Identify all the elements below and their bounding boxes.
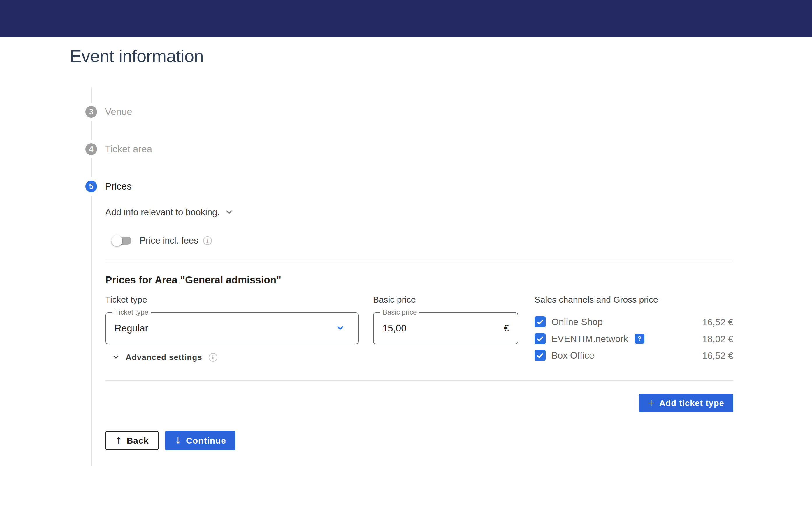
- checkmark-icon: [536, 351, 544, 360]
- online-shop-checkbox[interactable]: [535, 316, 546, 327]
- area-prices-heading: Prices for Area "General admission": [105, 274, 281, 286]
- chevron-down-icon: [112, 353, 121, 362]
- step-3-number: 3: [89, 108, 93, 116]
- channel-row-eventim-network: EVENTIM.network ?: [535, 333, 644, 344]
- advanced-settings-expander[interactable]: Advanced settings i: [112, 353, 218, 362]
- help-badge-icon[interactable]: ?: [635, 334, 644, 344]
- box-office-checkbox[interactable]: [535, 350, 546, 361]
- section-divider-bottom: [105, 380, 733, 381]
- step-4-label[interactable]: Ticket area: [105, 143, 152, 155]
- booking-info-label: Add info relevant to booking.: [105, 207, 220, 217]
- info-icon[interactable]: i: [203, 236, 212, 245]
- top-navigation-bar: [0, 0, 812, 37]
- step-5-circle[interactable]: 5: [85, 181, 97, 192]
- chevron-down-icon[interactable]: [334, 322, 346, 335]
- checkmark-icon: [536, 334, 544, 343]
- booking-info-expander[interactable]: Add info relevant to booking.: [105, 207, 234, 218]
- channel-row-online-shop: Online Shop: [535, 316, 603, 327]
- section-divider-top: [105, 261, 733, 261]
- event-information-page: Event information 3 Venue 4 Ticket area …: [0, 0, 812, 524]
- page-title: Event information: [70, 46, 204, 66]
- gross-price: 16,52 €: [646, 317, 733, 328]
- ticket-type-select[interactable]: Ticket type Regular: [105, 312, 359, 344]
- column-header-sales-channels: Sales channels and Gross price: [535, 295, 658, 305]
- price-incl-fees-row: Price incl. fees i: [112, 235, 212, 246]
- step-5-label[interactable]: Prices: [105, 181, 132, 192]
- basic-price-value[interactable]: 15,00: [382, 323, 407, 334]
- gross-price: 16,52 €: [646, 350, 733, 361]
- channel-label: Box Office: [552, 350, 594, 361]
- plus-icon: +: [648, 397, 654, 408]
- ticket-type-field-label: Ticket type: [112, 308, 151, 316]
- info-icon[interactable]: i: [209, 353, 218, 362]
- step-3-label[interactable]: Venue: [105, 106, 132, 118]
- step-4-circle[interactable]: 4: [85, 143, 97, 155]
- step-5-number: 5: [89, 182, 93, 191]
- toggle-thumb[interactable]: [111, 235, 123, 246]
- back-button[interactable]: ↑ Back: [105, 431, 159, 450]
- step-4-number: 4: [89, 145, 93, 154]
- column-header-ticket-type: Ticket type: [105, 295, 147, 305]
- add-ticket-type-button[interactable]: + Add ticket type: [639, 394, 733, 412]
- continue-button-label: Continue: [186, 436, 226, 446]
- price-incl-fees-label: Price incl. fees: [140, 235, 198, 246]
- checkmark-icon: [536, 317, 544, 326]
- channel-row-box-office: Box Office: [535, 350, 594, 361]
- back-button-label: Back: [127, 436, 149, 446]
- advanced-settings-label: Advanced settings: [126, 353, 202, 362]
- currency-suffix: €: [504, 323, 509, 334]
- channel-label: EVENTIM.network: [552, 333, 628, 344]
- continue-button[interactable]: ↓ Continue: [165, 431, 236, 450]
- basic-price-field-label: Basic price: [380, 308, 419, 316]
- ticket-type-value: Regular: [114, 323, 148, 334]
- basic-price-field[interactable]: Basic price 15,00 €: [373, 312, 518, 344]
- add-ticket-type-label: Add ticket type: [659, 398, 724, 408]
- channel-label: Online Shop: [552, 317, 603, 327]
- chevron-down-icon: [224, 207, 234, 218]
- price-incl-fees-toggle[interactable]: [112, 236, 131, 245]
- column-header-basic-price: Basic price: [373, 295, 416, 305]
- arrow-down-icon: ↓: [174, 436, 182, 446]
- arrow-up-icon: ↑: [115, 436, 123, 446]
- eventim-network-checkbox[interactable]: [535, 333, 546, 344]
- gross-price: 18,02 €: [646, 334, 733, 345]
- step-3-circle[interactable]: 3: [85, 106, 97, 118]
